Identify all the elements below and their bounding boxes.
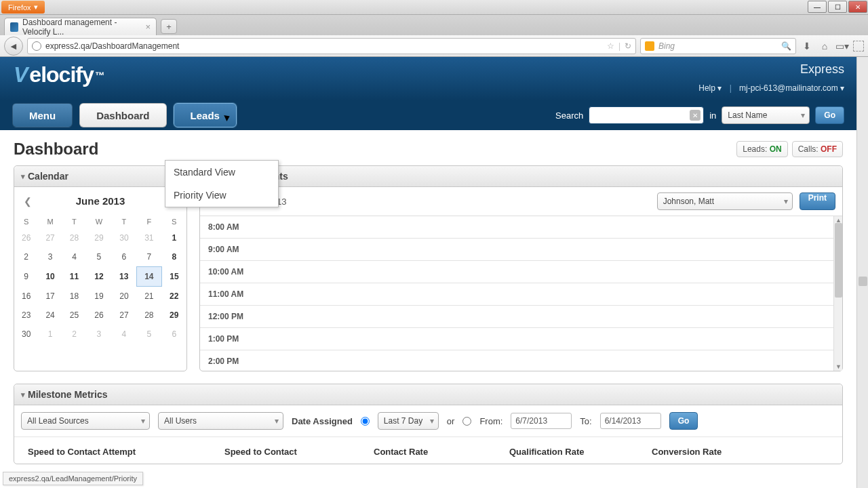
calendar-day[interactable]: 9 [14,267,38,287]
help-link[interactable]: Help ▾ [698,83,722,93]
lead-source-select[interactable]: All Lead Sources [21,412,150,430]
range-select[interactable]: Last 7 Day [378,412,439,430]
events-user-select[interactable]: Johnson, Matt [657,192,793,210]
calendar-day[interactable]: 3 [38,247,62,267]
dashboard-tab[interactable]: Dashboard [79,103,166,127]
dropdown-priority-view[interactable]: Priority View [165,184,278,207]
calendar-day[interactable]: 16 [14,287,38,306]
page-title: Dashboard [14,140,98,159]
close-button[interactable]: ✕ [848,1,867,13]
clear-search-icon[interactable]: ✕ [690,110,701,121]
from-date-input[interactable] [511,413,572,429]
time-slot[interactable]: 11:00 AM [200,283,842,306]
time-slot[interactable]: 12:00 PM [200,306,842,328]
calendar-day[interactable]: 29 [162,306,186,325]
range-radio[interactable] [361,417,370,426]
calendar-day[interactable]: 13 [112,267,136,287]
calendar-day[interactable]: 20 [112,287,136,306]
nav-row: Menu Dashboard Leads Search ✕ in Last Na… [0,100,856,130]
calendar-day[interactable]: 21 [136,287,161,306]
window-controls: — ☐ ✕ [807,0,868,14]
calendar-day[interactable]: 31 [136,228,161,247]
new-tab-button[interactable]: + [161,19,177,34]
calendar-day[interactable]: 15 [162,267,186,287]
dropdown-standard-view[interactable]: Standard View [165,161,278,184]
bookmarks-menu-icon[interactable]: ▭▾ [835,39,849,53]
search-go-button[interactable]: Go [815,106,844,124]
calendar-day[interactable]: 4 [112,325,136,344]
print-button[interactable]: Print [800,192,835,210]
events-scrollbar[interactable]: ▲ ▼ [833,216,842,371]
calendar-day[interactable]: 22 [162,287,186,306]
calendar-day[interactable]: 27 [112,306,136,325]
calendar-day[interactable]: 1 [38,325,62,344]
back-button[interactable]: ◄ [4,37,23,56]
calendar-header[interactable]: Calendar [14,166,186,187]
firefox-menu-button[interactable]: Firefox▾ [1,1,45,14]
search-input[interactable]: ✕ [589,106,704,124]
calendar-day[interactable]: 28 [136,306,161,325]
search-icon[interactable]: 🔍 [781,41,791,51]
calendar-day[interactable]: 12 [86,267,112,287]
metrics-header[interactable]: Milestone Metrics [14,384,842,405]
address-input[interactable]: express2.qa/DashboardManagement ☆ | ↻ [27,38,636,54]
calendar-day[interactable]: 6 [112,247,136,267]
calendar-day[interactable]: 2 [14,247,38,267]
search-field-select[interactable]: Last Name [722,106,810,124]
calendar-day[interactable]: 5 [136,325,161,344]
bookmark-icon[interactable]: ☆ [607,41,614,51]
calendar-day[interactable]: 10 [38,267,62,287]
calendar-day[interactable]: 26 [86,306,112,325]
calendar-day[interactable]: 18 [62,287,86,306]
leads-toggle[interactable]: Leads: ON [736,141,787,157]
events-header[interactable]: Calendar Events [200,166,842,187]
calendar-day[interactable]: 17 [38,287,62,306]
menu-button[interactable]: Menu [12,103,73,127]
calendar-day[interactable]: 14 [136,267,161,287]
time-slot[interactable]: 10:00 AM [200,261,842,283]
time-slot[interactable]: 8:00 AM [200,216,842,239]
page-scrollbar[interactable] [856,57,868,488]
downloads-icon[interactable]: ⬇ [800,39,814,53]
scroll-thumb[interactable] [859,277,867,286]
app-banner: Velocify™ Express Help ▾ | mj-pci-613@ma… [0,57,856,100]
time-slot[interactable]: 2:00 PM [200,350,842,371]
reload-icon[interactable]: ↻ [625,41,631,51]
calendar-day[interactable]: 30 [112,228,136,247]
time-slot[interactable]: 9:00 AM [200,239,842,261]
calendar-day[interactable]: 6 [162,325,186,344]
calendar-day[interactable]: 2 [62,325,86,344]
calendar-day[interactable]: 25 [62,306,86,325]
calls-toggle[interactable]: Calls: OFF [792,141,843,157]
close-tab-icon[interactable]: × [145,22,151,32]
calendar-day[interactable]: 23 [14,306,38,325]
calendar-day[interactable]: 3 [86,325,112,344]
calendar-day[interactable]: 29 [86,228,112,247]
users-select[interactable]: All Users [158,412,283,430]
addon-icon[interactable] [853,41,864,52]
calendar-day[interactable]: 24 [38,306,62,325]
calendar-day[interactable]: 1 [162,228,186,247]
user-menu[interactable]: mj-pci-613@mailinator.com ▾ [739,83,844,93]
browser-tab[interactable]: Dashboard management - Velocify L... × [4,18,157,35]
custom-range-radio[interactable] [462,417,471,426]
prev-month-icon[interactable]: ❮ [24,196,32,207]
minimize-button[interactable]: — [808,1,827,13]
calendar-day[interactable]: 8 [162,247,186,267]
calendar-day[interactable]: 28 [62,228,86,247]
calendar-day[interactable]: 30 [14,325,38,344]
calendar-day[interactable]: 27 [38,228,62,247]
events-scroll-thumb[interactable] [835,223,842,298]
metrics-go-button[interactable]: Go [669,412,698,430]
calendar-day[interactable]: 11 [62,267,86,287]
home-icon[interactable]: ⌂ [818,39,831,53]
browser-search-input[interactable]: Bing 🔍 [640,38,796,54]
to-date-input[interactable] [600,413,661,429]
calendar-day[interactable]: 5 [86,247,112,267]
time-slot[interactable]: 1:00 PM [200,328,842,350]
maximize-button[interactable]: ☐ [828,1,847,13]
calendar-day[interactable]: 7 [136,247,161,267]
calendar-day[interactable]: 4 [62,247,86,267]
calendar-day[interactable]: 19 [86,287,112,306]
calendar-day[interactable]: 26 [14,228,38,247]
